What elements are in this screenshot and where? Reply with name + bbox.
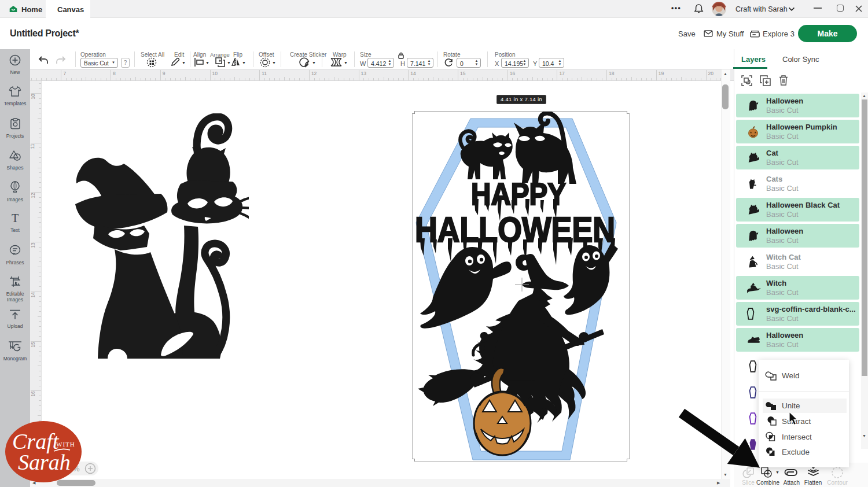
svg-text:Sarah: Sarah [18, 450, 71, 474]
svg-text:T: T [12, 213, 19, 224]
svg-text:WITH: WITH [56, 441, 75, 448]
svg-text:HAPPY: HAPPY [471, 176, 566, 211]
